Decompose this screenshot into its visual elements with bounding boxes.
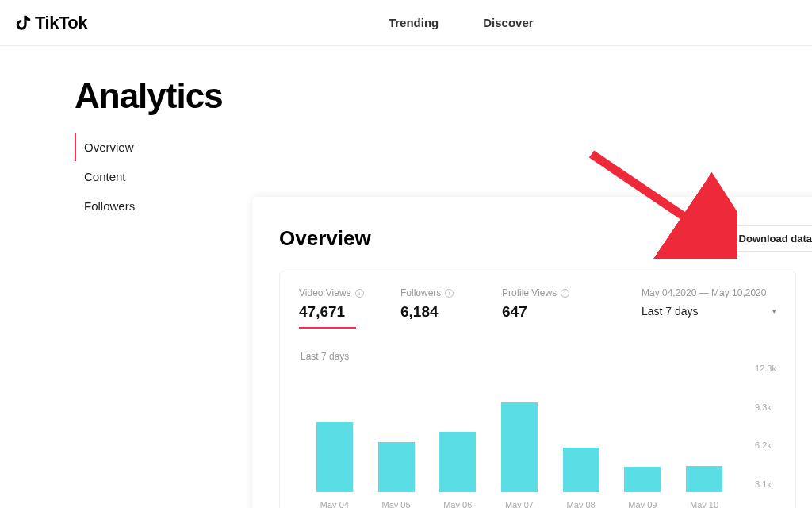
download-label: Download data [739, 233, 812, 244]
video-views-chart: May 04May 05May 06May 07May 08May 09May … [299, 367, 776, 508]
metric-video-views[interactable]: Video Views i 47,671 [299, 287, 400, 329]
top-nav: Trending Discover [389, 16, 534, 29]
y-tick: 9.3k [755, 402, 772, 412]
date-range-select[interactable]: Last 7 days ▾ [642, 305, 776, 318]
metric-profile-views[interactable]: Profile Views i 647 [502, 287, 603, 327]
bar-label: May 07 [505, 500, 534, 508]
metric-value: 47,671 [299, 303, 356, 329]
sidebar-item-label: Followers [84, 199, 135, 213]
chart-yaxis: 12.3k9.3k6.2k3.1k [755, 364, 776, 489]
bar-label: May 10 [690, 500, 718, 508]
bar-label: May 05 [382, 500, 411, 508]
date-select-label: Last 7 days [642, 305, 699, 318]
chart-bar[interactable]: May 06 [430, 432, 485, 508]
metric-label: Video Views i [299, 287, 400, 298]
bar-label: May 08 [567, 500, 596, 508]
metric-followers[interactable]: Followers i 6,184 [400, 287, 502, 327]
top-bar: TikTok Trending Discover [0, 0, 812, 46]
chart-bars: May 04May 05May 06May 07May 08May 09May … [299, 391, 740, 508]
metric-label: Followers i [400, 287, 502, 298]
chart-bar[interactable]: May 08 [553, 448, 609, 508]
bar [686, 466, 722, 492]
bar-label: May 06 [443, 500, 472, 508]
nav-trending[interactable]: Trending [389, 16, 439, 29]
bar-label: May 04 [320, 500, 349, 508]
date-block: May 04,2020 — May 10,2020 Last 7 days ▾ [642, 287, 776, 318]
metric-value: 647 [502, 303, 603, 327]
date-range-text: May 04,2020 — May 10,2020 [642, 287, 776, 298]
bar [316, 422, 353, 492]
sidebar-item-label: Content [84, 170, 126, 183]
brand-logo[interactable]: TikTok [14, 13, 87, 33]
info-icon[interactable]: i [355, 289, 364, 298]
brand-text: TikTok [35, 13, 87, 33]
bar-label: May 09 [628, 500, 657, 508]
chart-subtitle: Last 7 days [301, 351, 776, 362]
nav-discover[interactable]: Discover [483, 16, 533, 29]
metrics-card: Video Views i 47,671 Followers i 6,184 P… [279, 271, 796, 508]
panel-title: Overview [279, 226, 371, 251]
y-tick: 12.3k [755, 364, 776, 373]
chart-bar[interactable]: May 09 [615, 467, 670, 508]
overview-panel: Overview Download data Video Views i 47,… [252, 197, 812, 508]
sidebar-item-content[interactable]: Content [75, 163, 217, 190]
tiktok-icon [14, 13, 32, 33]
sidebar: Overview Content Followers [75, 133, 217, 221]
page: Analytics Overview Content Followers Ove… [0, 46, 812, 116]
download-data-button[interactable]: Download data [713, 225, 812, 252]
bar [624, 467, 661, 492]
chart-bar[interactable]: May 05 [369, 442, 424, 508]
y-tick: 6.2k [755, 441, 772, 450]
metric-label: Profile Views i [502, 287, 603, 298]
chart-bar[interactable]: May 07 [492, 402, 547, 508]
sidebar-item-overview[interactable]: Overview [75, 133, 217, 161]
info-icon[interactable]: i [445, 289, 454, 298]
metrics-row: Video Views i 47,671 Followers i 6,184 P… [299, 287, 776, 329]
chevron-down-icon: ▾ [772, 307, 776, 315]
download-icon [725, 234, 734, 244]
bar [563, 448, 599, 492]
panel-header: Overview Download data [252, 225, 812, 271]
sidebar-item-followers[interactable]: Followers [75, 192, 217, 220]
sidebar-item-label: Overview [84, 140, 134, 154]
bar [501, 402, 538, 492]
bar [378, 442, 415, 492]
bar [439, 432, 476, 492]
page-title: Analytics [75, 76, 812, 116]
metric-value: 6,184 [400, 303, 502, 327]
info-icon[interactable]: i [561, 289, 569, 298]
chart-bar[interactable]: May 04 [307, 422, 362, 508]
y-tick: 3.1k [755, 479, 772, 489]
chart-bar[interactable]: May 10 [676, 466, 732, 508]
